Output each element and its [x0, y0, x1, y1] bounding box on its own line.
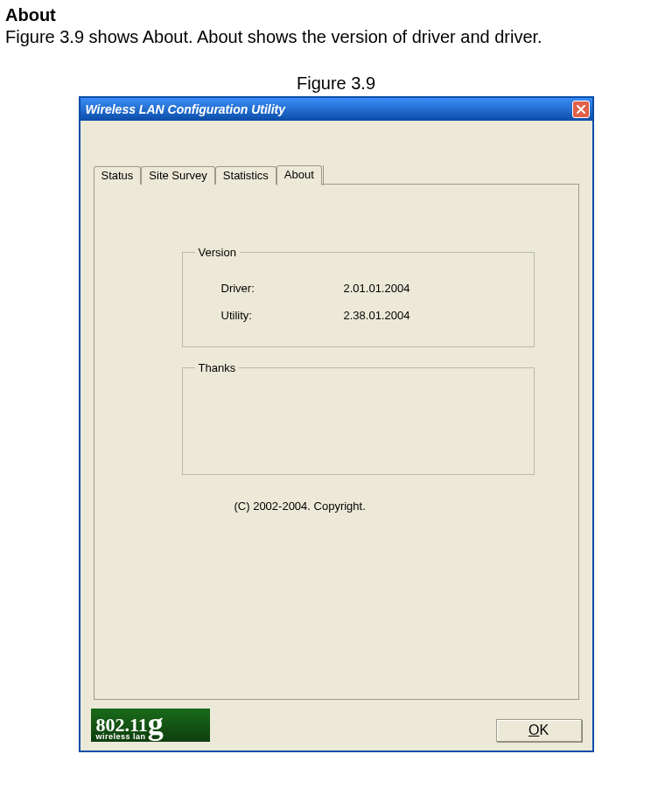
version-groupbox: Version Driver: 2.01.01.2004 Utility: 2.…	[182, 246, 535, 347]
window-bottom-bar: 802.11g wireless lan OK	[80, 709, 592, 751]
ok-button-label: OK	[528, 723, 549, 738]
config-utility-window: Wireless LAN Configuration Utility Statu…	[80, 97, 593, 751]
logo-subtext: wireless lan	[96, 732, 146, 741]
ok-button[interactable]: OK	[496, 719, 582, 742]
version-group-label: Version	[195, 246, 240, 259]
tab-page-about: Version Driver: 2.01.01.2004 Utility: 2.…	[94, 184, 579, 700]
tab-statistics[interactable]: Statistics	[215, 166, 276, 185]
window-client-area: Status Site Survey Statistics About Vers…	[80, 121, 592, 709]
copyright-text: (C) 2002-2004. Copyright.	[234, 499, 535, 513]
tab-strip: Status Site Survey Statistics About Vers…	[94, 164, 579, 700]
wireless-lan-logo: 802.11g wireless lan	[91, 709, 210, 742]
thanks-group-label: Thanks	[195, 361, 240, 374]
logo-text-g: g	[148, 711, 164, 737]
section-heading-about: About	[5, 5, 672, 25]
utility-version-value: 2.38.01.2004	[344, 309, 410, 322]
figure-caption: Figure 3.9	[0, 73, 672, 94]
driver-label: Driver:	[221, 282, 344, 295]
tab-about[interactable]: About	[276, 165, 322, 185]
close-icon	[576, 104, 586, 115]
driver-version-value: 2.01.01.2004	[344, 282, 410, 295]
window-titlebar[interactable]: Wireless LAN Configuration Utility	[80, 98, 592, 121]
window-title: Wireless LAN Configuration Utility	[86, 102, 286, 116]
tab-status[interactable]: Status	[94, 166, 142, 185]
section-paragraph: Figure 3.9 shows About. About shows the …	[5, 27, 672, 47]
tab-site-survey[interactable]: Site Survey	[141, 166, 214, 185]
thanks-groupbox: Thanks	[182, 361, 535, 475]
window-close-button[interactable]	[572, 101, 590, 118]
utility-label: Utility:	[221, 309, 344, 322]
